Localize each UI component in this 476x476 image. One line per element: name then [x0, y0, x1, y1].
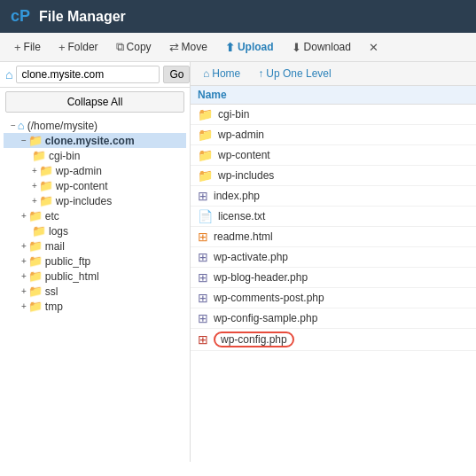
move-label: Move: [182, 41, 207, 53]
tree-label-etc: etc: [45, 210, 59, 222]
folder-icon-wpadmin: 📁: [39, 164, 53, 177]
tree-item-etc[interactable]: + 📁 etc: [4, 208, 186, 223]
folder-icon-wpcontent-right: 📁: [198, 148, 213, 162]
download-icon: ⬇: [292, 41, 301, 54]
tree-label-publicftp: public_ftp: [45, 255, 90, 268]
file-row-wpcontent[interactable]: 📁 wp-content: [191, 145, 476, 166]
home-address-icon: ⌂: [5, 67, 12, 82]
plus-icon: +: [14, 41, 21, 54]
download-label: Download: [304, 41, 351, 53]
tree-item-wpincludes[interactable]: + 📁 wp-includes: [4, 193, 186, 208]
file-name-readme: readme.html: [214, 230, 273, 243]
file-row-wpconfigsample[interactable]: ⊞ wp-config-sample.php: [191, 308, 476, 329]
tree-label-publichtml: public_html: [45, 270, 99, 283]
folder-icon-wpadmin-right: 📁: [198, 128, 213, 142]
folder-button[interactable]: + Folder: [51, 38, 105, 57]
cpanel-logo: cP: [11, 7, 30, 26]
tree-label-logs: logs: [49, 225, 68, 238]
tree-item-wpadmin[interactable]: + 📁 wp-admin: [4, 163, 186, 178]
up-one-level-button[interactable]: ↑ Up One Level: [253, 66, 336, 82]
file-name-wpcontent: wp-content: [218, 149, 270, 161]
folder-icon-etc: 📁: [28, 209, 43, 222]
upload-button[interactable]: ⬆ Upload: [218, 38, 281, 57]
tree-label-mail: mail: [45, 240, 65, 253]
tree-label-clone: clone.mysite.com: [45, 135, 135, 147]
folder-icon-cgibin-right: 📁: [198, 107, 213, 121]
txt-icon-license: 📄: [198, 209, 213, 223]
upload-label: Upload: [238, 41, 274, 53]
folder-icon-cgibin: 📁: [32, 149, 46, 162]
main-toolbar: + File + Folder ⧉ Copy ⇄ Move ⬆ Upload ⬇…: [0, 33, 476, 62]
delete-button[interactable]: ✕: [362, 38, 386, 57]
copy-button[interactable]: ⧉ Copy: [109, 37, 159, 57]
php-icon-activate: ⊞: [198, 250, 208, 264]
left-panel: ⌂ Go Collapse All − ⌂ (/home/mysite) − 📁…: [0, 62, 191, 462]
folder-icon-ssl: 📁: [28, 285, 43, 298]
file-row-indexphp[interactable]: ⊞ index.php: [191, 186, 476, 207]
file-name-indexphp: index.php: [214, 190, 260, 202]
home-button[interactable]: ⌂ Home: [198, 66, 246, 82]
tree-label-home: (/home/mysite): [27, 120, 98, 132]
plus-folder-icon: +: [59, 41, 66, 54]
file-row-wpactivate[interactable]: ⊞ wp-activate.php: [191, 247, 476, 268]
file-row-readme[interactable]: ⊞ readme.html: [191, 227, 476, 247]
file-row-wpcommentspost[interactable]: ⊞ wp-comments-post.php: [191, 288, 476, 308]
tree-item-logs[interactable]: 📁 logs: [4, 223, 186, 238]
delete-icon: ✕: [369, 41, 378, 54]
tree-item-publicftp[interactable]: + 📁 public_ftp: [4, 254, 186, 269]
file-row-wpincludes[interactable]: 📁 wp-includes: [191, 166, 476, 186]
file-row-wpblogheader[interactable]: ⊞ wp-blog-header.php: [191, 268, 476, 288]
file-row-wpconfig[interactable]: ⊞ wp-config.php: [191, 329, 476, 351]
html-icon-readme: ⊞: [198, 230, 208, 244]
file-row-wpadmin[interactable]: 📁 wp-admin: [191, 125, 476, 145]
file-name-wpblogheader: wp-blog-header.php: [214, 271, 308, 284]
address-input[interactable]: [16, 66, 160, 83]
expand-icon-etc: +: [21, 211, 27, 221]
copy-icon: ⧉: [116, 40, 124, 54]
expand-icon-ssl: +: [21, 286, 27, 296]
file-name-wpincludes: wp-includes: [218, 169, 274, 182]
main-container: ⌂ Go Collapse All − ⌂ (/home/mysite) − 📁…: [0, 62, 476, 462]
expand-icon-publichtml: +: [21, 271, 27, 281]
tree-item-tmp[interactable]: + 📁 tmp: [4, 299, 186, 314]
expand-icon-publicftp: +: [21, 256, 27, 266]
expand-icon-clone: −: [21, 136, 27, 145]
tree-item-cgibin[interactable]: 📁 cgi-bin: [4, 148, 186, 163]
file-list: Name 📁 cgi-bin 📁 wp-admin 📁 wp-content 📁…: [191, 86, 476, 462]
file-row-cgibin[interactable]: 📁 cgi-bin: [191, 105, 476, 125]
upload-icon: ⬆: [225, 41, 235, 54]
right-toolbar: ⌂ Home ↑ Up One Level: [191, 62, 476, 86]
expand-icon-wpincludes: +: [32, 196, 37, 206]
name-column-header: Name: [198, 89, 227, 101]
expand-icon-home: −: [11, 121, 16, 130]
tree-item-wpcontent[interactable]: + 📁 wp-content: [4, 178, 186, 193]
collapse-all-button[interactable]: Collapse All: [5, 91, 184, 113]
php-icon-blogheader: ⊞: [198, 270, 208, 285]
folder-icon-mail: 📁: [28, 239, 43, 253]
tree-item-clone[interactable]: − 📁 clone.mysite.com: [4, 133, 186, 148]
home-icon: ⌂: [18, 119, 25, 132]
file-button[interactable]: + File: [7, 38, 48, 57]
home-btn-icon: ⌂: [203, 67, 209, 80]
folder-label: Folder: [68, 41, 98, 53]
copy-label: Copy: [127, 41, 152, 53]
tree-item-mail[interactable]: + 📁 mail: [4, 238, 186, 254]
tree-item-home[interactable]: − ⌂ (/home/mysite): [4, 118, 186, 133]
tree-item-publichtml[interactable]: + 📁 public_html: [4, 269, 186, 284]
folder-icon-publicftp: 📁: [28, 254, 43, 268]
php-icon-config: ⊞: [198, 332, 208, 347]
folder-icon-tmp: 📁: [28, 300, 43, 313]
folder-icon-publichtml: 📁: [28, 269, 43, 283]
tree-label-wpincludes: wp-includes: [56, 195, 112, 207]
folder-icon-logs: 📁: [32, 224, 46, 238]
download-button[interactable]: ⬇ Download: [285, 38, 358, 57]
right-panel: ⌂ Home ↑ Up One Level Name 📁 cgi-bin 📁 w…: [191, 62, 476, 462]
tree-item-ssl[interactable]: + 📁 ssl: [4, 284, 186, 299]
go-button[interactable]: Go: [163, 66, 190, 83]
file-name-wpcommentspost: wp-comments-post.php: [214, 292, 324, 304]
file-row-license[interactable]: 📄 license.txt: [191, 207, 476, 227]
move-icon: ⇄: [169, 41, 179, 54]
file-name-wpadmin: wp-admin: [218, 129, 264, 141]
file-name-license: license.txt: [218, 210, 265, 222]
move-button[interactable]: ⇄ Move: [162, 38, 215, 57]
